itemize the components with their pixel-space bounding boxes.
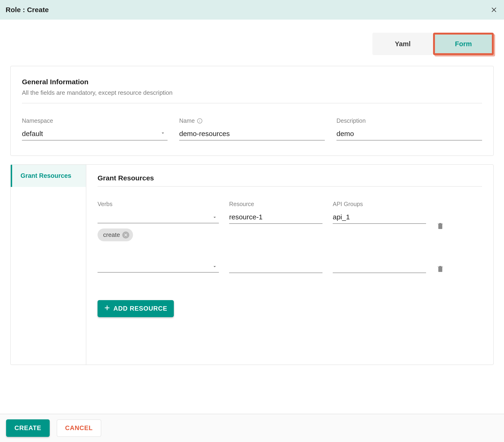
api-groups-label: API Groups [333,201,426,207]
cancel-button[interactable]: CANCEL [57,419,101,437]
trash-icon[interactable] [436,221,455,231]
divider [98,186,482,187]
grant-panel: Grant Resources Verbs create [86,165,493,365]
description-field: Description [337,117,482,141]
namespace-select[interactable] [22,129,167,141]
general-information-title: General Information [22,78,482,86]
name-label: Name i [179,117,325,124]
api-groups-input[interactable] [333,213,426,224]
tab-yaml[interactable]: Yaml [372,33,433,55]
namespace-label: Namespace [22,117,167,124]
verbs-select[interactable] [98,213,219,223]
verb-chip-label: create [103,231,120,239]
description-input[interactable] [337,129,482,141]
dialog-header: Role : Create [0,0,504,19]
chevron-down-icon[interactable] [160,130,166,137]
chevron-down-icon[interactable] [212,264,217,270]
grant-section: Grant Resources Grant Resources Verbs cr… [10,164,494,365]
api-groups-input[interactable] [333,262,426,273]
resource-label: Resource [229,201,323,207]
verbs-select[interactable] [98,262,219,273]
editor-mode-tabs: Yaml Form [0,19,504,55]
sidebar-item-grant-resources[interactable]: Grant Resources [11,165,86,187]
close-icon[interactable] [490,6,498,13]
grant-panel-title: Grant Resources [98,174,482,182]
remove-chip-icon[interactable] [122,232,129,239]
grant-sidebar: Grant Resources [11,165,86,365]
resource-input[interactable] [229,262,323,273]
general-information-card: General Information All the fields are m… [10,66,494,156]
name-input[interactable] [179,129,325,141]
name-label-text: Name [179,117,195,124]
general-information-subtitle: All the fields are mandatory, except res… [22,89,482,96]
resource-input[interactable] [229,213,323,224]
chevron-down-icon[interactable] [212,215,217,221]
trash-icon[interactable] [436,264,455,274]
divider [22,103,482,103]
name-field: Name i [179,117,325,141]
resource-row: Verbs create Resource API [98,201,482,241]
dialog-footer: CREATE CANCEL [0,414,504,442]
resource-row [98,262,482,274]
namespace-field: Namespace [22,117,167,141]
dialog-title: Role : Create [6,6,49,14]
info-icon[interactable]: i [197,118,202,124]
verbs-label: Verbs [98,201,219,207]
verb-chip: create [98,228,133,241]
add-resource-label: ADD RESOURCE [113,305,167,312]
description-label: Description [337,117,482,124]
plus-icon [104,305,110,313]
add-resource-button[interactable]: ADD RESOURCE [98,300,174,317]
create-button[interactable]: CREATE [6,419,50,437]
tab-form[interactable]: Form [433,33,494,55]
